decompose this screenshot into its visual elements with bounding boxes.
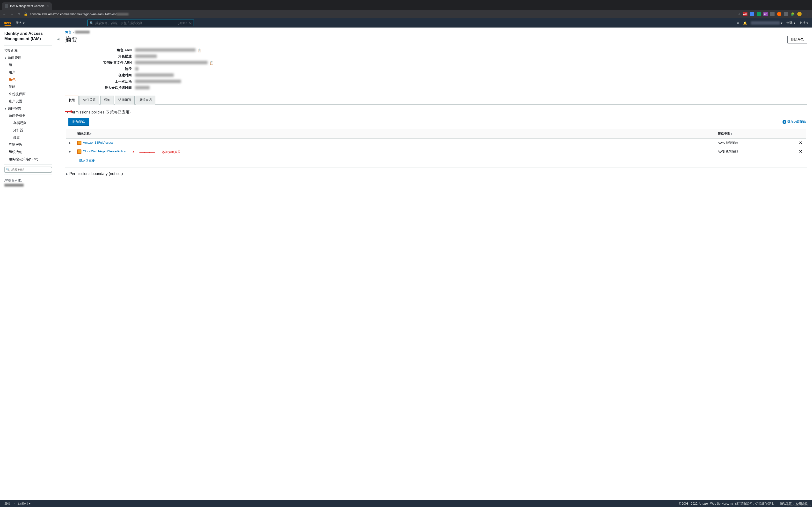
sidebar-item-policies[interactable]: 策略 <box>0 83 56 91</box>
sidebar-item-settings[interactable]: 设置 <box>0 134 56 141</box>
aws-header: aws 服务 ▾ 🔍 [Option+S] ⧉ 🔔 ▾ 全球 ▾ 支持 ▾ <box>0 18 812 27</box>
copy-icon[interactable]: 📋 <box>209 61 214 65</box>
permissions-panel: ▼ Permissions policies (5 策略已应用) 附加策略 + … <box>65 105 807 181</box>
forward-button[interactable]: → <box>9 12 14 16</box>
header-search[interactable]: 🔍 [Option+S] <box>88 19 194 26</box>
sidebar-search: 🔍 <box>4 167 52 173</box>
browser-tab[interactable]: IAM Management Console ✕ <box>2 2 52 10</box>
policy-link[interactable]: AmazonS3FullAccess <box>83 141 113 145</box>
services-menu[interactable]: 服务 ▾ <box>16 21 24 25</box>
policy-icon <box>77 141 82 145</box>
sidebar-search-input[interactable] <box>11 168 52 171</box>
ext-rp-icon[interactable]: RP <box>763 12 768 16</box>
browser-tab-strip: IAM Management Console ✕ + <box>0 0 812 10</box>
permissions-boundary-header[interactable]: ▶ Permissions boundary (not set) <box>66 172 806 176</box>
expand-row-icon[interactable]: ▶ <box>66 147 74 156</box>
col-policy-type[interactable]: 策略类型▾ <box>715 129 795 138</box>
summary-label-max: 最大会话持续时间 <box>65 86 135 90</box>
support-menu[interactable]: 支持 ▾ <box>799 21 808 25</box>
sidebar-item-analyzer[interactable]: 分析器 <box>0 127 56 134</box>
table-row: ▶ CloudWatchAgentServerPolicy ⟵——— 添加策略效… <box>66 147 806 156</box>
caret-right-icon: ▶ <box>66 172 69 175</box>
delete-role-button[interactable]: 删除角色 <box>788 36 807 44</box>
copy-icon[interactable]: 📋 <box>197 49 202 52</box>
detach-policy-button[interactable]: ✕ <box>795 147 806 156</box>
sidebar-item-access-mgmt[interactable]: ▼访问管理 <box>0 54 56 62</box>
url-display[interactable]: console.aws.amazon.com/iam/home?region=u… <box>30 12 735 16</box>
sidebar-collapse-handle[interactable]: ◀ <box>56 27 60 500</box>
table-row: ▶ AmazonS3FullAccess AWS 托管策略 ✕ <box>66 138 806 147</box>
new-tab-button[interactable]: + <box>52 2 58 10</box>
summary-label-iparn: 实例配置文件 ARN <box>65 61 135 65</box>
ext-translate-icon[interactable] <box>750 12 754 16</box>
account-menu[interactable]: ▾ <box>751 21 782 25</box>
ext-shield-icon[interactable] <box>757 12 761 16</box>
tab-tags[interactable]: 标签 <box>100 96 114 105</box>
sidebar-item-groups[interactable]: 组 <box>0 62 56 69</box>
extensions-icon[interactable]: 🧩 <box>791 12 795 16</box>
region-menu[interactable]: 全球 ▾ <box>786 21 795 25</box>
sidebar-item-dashboard[interactable]: 控制面板 <box>0 47 56 54</box>
reload-button[interactable]: ⟳ <box>16 12 21 16</box>
sidebar-item-archive-rules[interactable]: 存档规则 <box>0 119 56 127</box>
page-title: 摘要 <box>65 35 78 44</box>
caret-down-icon: ▾ <box>23 21 24 25</box>
ext-abp-icon[interactable]: ABP <box>743 12 748 16</box>
ext-gray-icon[interactable] <box>770 12 774 16</box>
attach-policy-button[interactable]: 附加策略 <box>68 118 89 126</box>
show-more-row: 显示 3 更多 <box>66 156 806 165</box>
sidebar-item-users[interactable]: 用户 <box>0 69 56 76</box>
summary-label-desc: 角色描述 <box>65 54 135 59</box>
summary-label-last: 上一次活动 <box>65 79 135 84</box>
sidebar-item-access-report[interactable]: ▼访问报告 <box>0 105 56 112</box>
tab-title: IAM Management Console <box>10 4 45 8</box>
detach-policy-button[interactable]: ✕ <box>795 138 806 147</box>
breadcrumb-sep: › <box>73 31 74 34</box>
permissions-policies-section: ▼ Permissions policies (5 策略已应用) 附加策略 + … <box>65 107 807 168</box>
tab-trust[interactable]: 信任关系 <box>80 96 99 105</box>
close-tab-icon[interactable]: ✕ <box>46 4 49 8</box>
breadcrumb: 角色 › <box>65 30 807 34</box>
sidebar-item-roles[interactable]: 角色 <box>0 76 56 83</box>
profile-avatar-icon[interactable] <box>797 12 802 16</box>
browser-menu-icon[interactable]: ⋮ <box>804 12 810 16</box>
ext-down-icon[interactable] <box>784 12 788 16</box>
caret-down-icon: ▼ <box>66 111 69 114</box>
aws-logo[interactable]: aws <box>4 21 11 25</box>
tab-revoke[interactable]: 撤消会话 <box>136 96 155 105</box>
tab-permissions[interactable]: 权限 <box>65 96 79 105</box>
annotation-effect: ⟵——— 添加策略效果 <box>132 149 181 156</box>
back-button[interactable]: ← <box>2 12 7 16</box>
ext-orange-icon[interactable] <box>777 12 781 16</box>
show-more-link[interactable]: 显示 3 更多 <box>79 159 95 162</box>
main-content: 角色 › 摘要 删除角色 角色 ARN 📋 角色描述 实例配置文件 ARN 📋 … <box>60 27 812 500</box>
breadcrumb-roles[interactable]: 角色 <box>65 30 71 34</box>
add-inline-policy-link[interactable]: + 添加内联策略 <box>782 120 806 124</box>
sort-icon: ▾ <box>90 132 91 135</box>
sidebar-search-box[interactable]: 🔍 <box>4 167 52 173</box>
sidebar-item-idp[interactable]: 身份提供商 <box>0 91 56 98</box>
sidebar-item-account-settings[interactable]: 账户设置 <box>0 98 56 105</box>
search-input[interactable] <box>95 21 178 25</box>
sidebar-item-cred-report[interactable]: 凭证报告 <box>0 141 56 149</box>
bookmark-star-icon[interactable]: ☆ <box>738 12 741 16</box>
caret-down-icon: ▾ <box>794 21 795 25</box>
search-shortcut: [Option+S] <box>178 21 192 24</box>
caret-down-icon: ▾ <box>781 21 782 25</box>
sidebar-item-access-analyzer[interactable]: 访问分析器 <box>0 112 56 119</box>
caret-down-icon: ▼ <box>4 107 7 110</box>
expand-row-icon[interactable]: ▶ <box>66 138 74 147</box>
col-policy-name[interactable]: 策略名称▾ <box>74 129 715 138</box>
policies-table: 策略名称▾ 策略类型▾ ▶ AmazonS3FullAccess AWS 托管策… <box>66 129 806 156</box>
permissions-policies-header[interactable]: ▼ Permissions policies (5 策略已应用) <box>66 110 806 115</box>
policy-link[interactable]: CloudWatchAgentServerPolicy <box>83 150 126 153</box>
notifications-icon[interactable]: 🔔 <box>743 21 747 25</box>
sidebar-item-scp[interactable]: 服务控制策略(SCP) <box>0 156 56 163</box>
sidebar-item-org-activity[interactable]: 组织活动 <box>0 149 56 156</box>
summary-label-path: 路径 <box>65 67 135 71</box>
plus-icon: + <box>782 120 786 124</box>
policy-type: AWS 托管策略 <box>715 147 795 156</box>
search-icon: 🔍 <box>6 168 10 171</box>
cloudshell-icon[interactable]: ⧉ <box>737 21 739 25</box>
tab-advisor[interactable]: 访问顾问 <box>115 96 135 105</box>
